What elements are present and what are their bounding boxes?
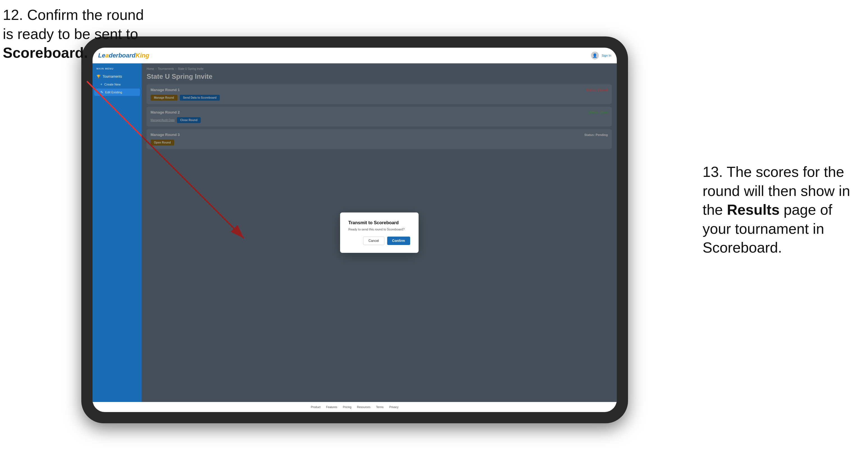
app-container: LeaderboardKing 👤 Sign In MAIN MENU 🏆 To… bbox=[93, 48, 617, 412]
edit-icon: ✎ bbox=[100, 90, 103, 94]
sidebar-tournaments-label: Tournaments bbox=[103, 74, 122, 79]
trophy-icon: 🏆 bbox=[96, 74, 101, 79]
footer-link-pricing[interactable]: Pricing bbox=[343, 406, 351, 409]
transmit-modal: Transmit to Scoreboard Ready to send thi… bbox=[340, 213, 418, 253]
user-icon: 👤 bbox=[591, 52, 599, 59]
plus-icon: + bbox=[100, 83, 102, 86]
annotation-bold: Scoreboard. bbox=[3, 44, 88, 61]
annotation-right: 13. The scores for the round will then s… bbox=[703, 163, 860, 257]
annotation-right-bold: Results bbox=[727, 201, 780, 218]
page-footer: Product Features Pricing Resources Terms… bbox=[93, 402, 617, 412]
annotation-line2: is ready to be sent to bbox=[3, 26, 138, 42]
annotation-line1: 12. Confirm the round bbox=[3, 7, 144, 23]
modal-actions: Cancel Confirm bbox=[348, 237, 410, 245]
tablet-frame: LeaderboardKing 👤 Sign In MAIN MENU 🏆 To… bbox=[81, 36, 628, 423]
footer-link-privacy[interactable]: Privacy bbox=[389, 406, 398, 409]
sidebar-item-edit-existing[interactable]: ✎ Edit Existing bbox=[94, 89, 140, 96]
main-menu-label: MAIN MENU bbox=[93, 67, 142, 72]
annotation-right-text: 13. The scores for the round will then s… bbox=[703, 164, 850, 256]
page-content: Home › Tournaments › State U Spring Invi… bbox=[142, 63, 617, 402]
modal-overlay: Transmit to Scoreboard Ready to send thi… bbox=[142, 63, 617, 402]
nav-right: 👤 Sign In bbox=[591, 52, 611, 59]
main-content: MAIN MENU 🏆 Tournaments + Create New ✎ E… bbox=[93, 63, 617, 402]
tablet-screen: LeaderboardKing 👤 Sign In MAIN MENU 🏆 To… bbox=[93, 48, 617, 412]
modal-description: Ready to send this round to Scoreboard? bbox=[348, 228, 410, 231]
cancel-button[interactable]: Cancel bbox=[363, 237, 384, 245]
footer-link-resources[interactable]: Resources bbox=[357, 406, 370, 409]
top-nav: LeaderboardKing 👤 Sign In bbox=[93, 48, 617, 63]
sidebar: MAIN MENU 🏆 Tournaments + Create New ✎ E… bbox=[93, 63, 142, 402]
footer-link-terms[interactable]: Terms bbox=[376, 406, 383, 409]
confirm-button[interactable]: Confirm bbox=[387, 237, 410, 245]
sidebar-edit-existing-label: Edit Existing bbox=[105, 91, 122, 94]
sign-in-button[interactable]: Sign In bbox=[602, 54, 611, 57]
annotation-top-left: 12. Confirm the round is ready to be sen… bbox=[3, 6, 144, 63]
sidebar-create-new-label: Create New bbox=[104, 83, 121, 86]
modal-title: Transmit to Scoreboard bbox=[348, 220, 410, 225]
footer-link-product[interactable]: Product bbox=[311, 406, 320, 409]
sidebar-item-tournaments[interactable]: 🏆 Tournaments bbox=[93, 72, 142, 81]
footer-link-features[interactable]: Features bbox=[326, 406, 337, 409]
sidebar-item-create-new[interactable]: + Create New bbox=[93, 81, 142, 88]
